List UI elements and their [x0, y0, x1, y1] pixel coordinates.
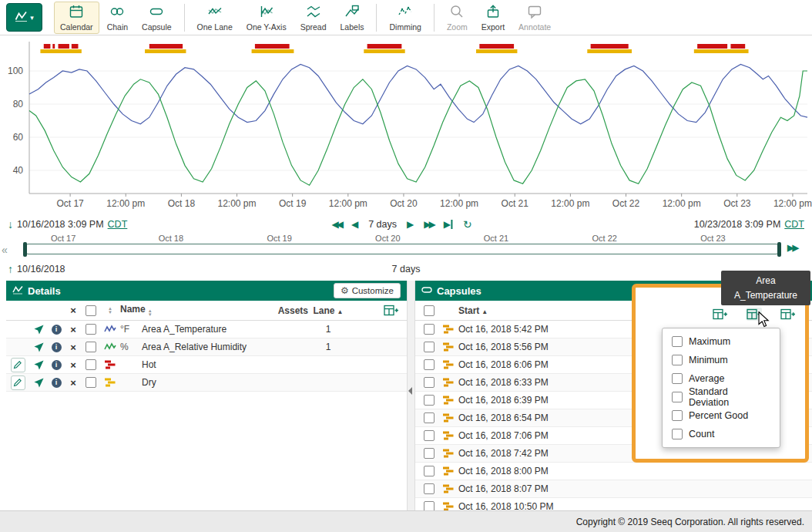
- remove-icon[interactable]: ×: [65, 342, 82, 352]
- type-sort-header[interactable]: ▲▼: [100, 307, 120, 315]
- capsule-row[interactable]: Oct 16, 2018 8:07 PM: [415, 480, 812, 498]
- svg-text:Oct 21: Oct 21: [502, 198, 529, 209]
- panel-splitter[interactable]: [407, 281, 415, 510]
- capsules-header-icons: [713, 308, 796, 321]
- toolbar-button-capsule[interactable]: Capsule: [136, 2, 178, 34]
- details-columns-icon[interactable]: [384, 304, 399, 317]
- capsule-checkbox[interactable]: [424, 448, 435, 459]
- name-column-header[interactable]: Name▲▼: [120, 304, 262, 317]
- remove-icon[interactable]: ×: [65, 378, 82, 388]
- customize-button[interactable]: ⚙ Customize: [334, 283, 401, 298]
- signal-icon: [100, 342, 120, 352]
- range-duration[interactable]: 7 days: [368, 219, 397, 230]
- toolbar-button-labels[interactable]: Labels: [334, 2, 371, 34]
- toolbar-separator: [376, 4, 377, 32]
- remove-icon[interactable]: ×: [65, 360, 82, 370]
- capsule-checkbox[interactable]: [424, 483, 435, 494]
- toolbar-button-export[interactable]: Export: [475, 2, 511, 34]
- row-checkbox[interactable]: [86, 377, 96, 388]
- step-back-full-icon[interactable]: ◀◀: [331, 220, 341, 229]
- overview-slider-left-handle[interactable]: [23, 242, 27, 257]
- info-icon[interactable]: i: [48, 342, 65, 352]
- row-checkbox[interactable]: [86, 342, 96, 352]
- capsule-checkbox[interactable]: [424, 377, 435, 388]
- svg-text:12:00 pm: 12:00 pm: [551, 198, 589, 209]
- stat-checkbox[interactable]: [672, 355, 683, 365]
- splitter-handle-icon: [408, 387, 412, 395]
- remove-all-icon[interactable]: ×: [65, 305, 82, 315]
- edit-icon[interactable]: [11, 375, 25, 390]
- toolbar-button-spread[interactable]: Spread: [294, 2, 333, 34]
- overview-slider-right-handle[interactable]: [777, 242, 781, 257]
- stats-menu-item-average[interactable]: Average: [663, 369, 780, 388]
- timezone-link[interactable]: CDT: [108, 219, 128, 230]
- trend-view-button[interactable]: ▾: [6, 3, 42, 32]
- details-row[interactable]: i × °F Area A_Temperature 1: [6, 321, 407, 338]
- step-forward-half-icon[interactable]: ▶: [407, 220, 414, 229]
- trend-chart-icon: [15, 10, 28, 25]
- capsule-checkbox[interactable]: [424, 359, 435, 370]
- capsules-select-all-checkbox[interactable]: [424, 305, 435, 316]
- capsules-panel-title: Capsules: [437, 285, 481, 297]
- pin-icon[interactable]: [29, 342, 48, 352]
- svg-text:Oct 18: Oct 18: [168, 198, 196, 209]
- toolbar-button-dimming[interactable]: Dimming: [383, 2, 427, 34]
- toolbar-button-annotate[interactable]: Annotate: [512, 2, 557, 34]
- stats-menu-item-maximum[interactable]: Maximum: [663, 332, 780, 351]
- details-row[interactable]: i × % Area A_Relative Humidity 1: [6, 338, 407, 356]
- capsule-checkbox[interactable]: [424, 430, 435, 441]
- step-forward-full-icon[interactable]: ▶▶: [424, 220, 433, 229]
- capsule-checkbox[interactable]: [424, 324, 435, 335]
- pin-icon[interactable]: [29, 325, 48, 335]
- stats-menu-item-count[interactable]: Count: [663, 425, 780, 443]
- details-row[interactable]: i × Hot: [6, 356, 407, 374]
- overview-expand-icon[interactable]: ▶▶: [787, 243, 797, 253]
- investigate-start-arrow-icon: ↑: [8, 263, 13, 275]
- signal-tooltip: Area A_Temperature: [721, 271, 810, 305]
- overview-slider-track[interactable]: [23, 244, 781, 254]
- step-to-now-icon[interactable]: ▶: [444, 220, 453, 229]
- capsule-row[interactable]: Oct 16, 2018 10:50 PM: [415, 498, 812, 510]
- toolbar-button-one-y-axis[interactable]: One Y-Axis: [240, 2, 293, 34]
- lane-column-header[interactable]: Lane▲: [308, 305, 348, 316]
- capsule-checkbox[interactable]: [424, 501, 435, 510]
- stat-checkbox[interactable]: [672, 429, 683, 439]
- refresh-icon[interactable]: ↻: [463, 219, 472, 230]
- row-checkbox[interactable]: [86, 324, 96, 335]
- details-chart-icon: [12, 285, 23, 297]
- toolbar-button-zoom[interactable]: Zoom: [441, 2, 474, 34]
- details-panel-title: Details: [28, 285, 61, 297]
- stat-checkbox[interactable]: [672, 336, 683, 347]
- capsule-row[interactable]: Oct 16, 2018 8:00 PM: [415, 463, 812, 480]
- stats-menu-item-minimum[interactable]: Minimum: [663, 351, 780, 369]
- info-icon[interactable]: i: [48, 378, 65, 388]
- stat-checkbox[interactable]: [672, 392, 683, 402]
- toolbar-button-one-lane[interactable]: One Lane: [191, 2, 239, 34]
- trend-chart[interactable]: 100806040 Oct 1712:00 pmOct 1812:00 pmOc…: [0, 35, 812, 214]
- timezone-link[interactable]: CDT: [784, 219, 804, 230]
- add-property-column-icon[interactable]: [780, 308, 796, 321]
- capsule-checkbox[interactable]: [424, 412, 435, 423]
- capsule-checkbox[interactable]: [424, 466, 435, 476]
- stats-menu-item-standard-deviation[interactable]: Standard Deviation: [663, 388, 780, 406]
- info-icon[interactable]: i: [48, 360, 65, 370]
- details-panel: Details ⚙ Customize × ▲▼ Name▲▼ Assets L…: [6, 281, 407, 510]
- remove-icon[interactable]: ×: [65, 325, 82, 335]
- pin-icon[interactable]: [29, 378, 48, 388]
- add-column-icon[interactable]: [713, 308, 728, 321]
- pin-icon[interactable]: [29, 360, 48, 370]
- row-checkbox[interactable]: [86, 359, 96, 370]
- toolbar-button-calendar[interactable]: Calendar: [54, 2, 99, 34]
- details-row[interactable]: i × Dry: [6, 374, 407, 392]
- step-back-half-icon[interactable]: ◀: [351, 220, 358, 229]
- info-icon[interactable]: i: [48, 325, 65, 335]
- stat-checkbox[interactable]: [672, 410, 683, 421]
- stats-menu-item-percent-good[interactable]: Percent Good: [663, 406, 780, 425]
- assets-column-header[interactable]: Assets: [262, 305, 308, 316]
- select-all-checkbox[interactable]: [86, 305, 96, 316]
- stat-checkbox[interactable]: [672, 373, 683, 384]
- capsule-checkbox[interactable]: [424, 395, 435, 406]
- capsule-checkbox[interactable]: [424, 342, 435, 352]
- edit-icon[interactable]: [11, 358, 25, 372]
- toolbar-button-chain[interactable]: Chain: [101, 2, 134, 34]
